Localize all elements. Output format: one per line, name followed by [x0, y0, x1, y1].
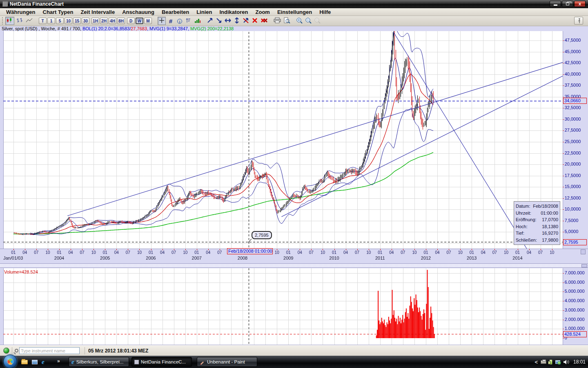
- tooltip-label: Datum:: [516, 203, 530, 210]
- folder-icon[interactable]: [21, 360, 28, 364]
- zoom-out-button[interactable]: [304, 17, 312, 25]
- close-button[interactable]: x: [574, 1, 586, 7]
- price-tick-label: -12,5000: [563, 195, 581, 200]
- interval-button-15[interactable]: 15: [73, 18, 81, 24]
- chart-header-segment: , MVG(1) 9=33,2847,: [147, 26, 190, 31]
- show-desktop-icon[interactable]: [32, 360, 38, 364]
- month-tick-label: 10: [412, 250, 416, 255]
- interval-button-t[interactable]: T: [39, 18, 47, 24]
- remove-line-button[interactable]: [242, 17, 250, 25]
- interval-button-4h[interactable]: 4H: [109, 18, 116, 24]
- trend-up-button[interactable]: [206, 17, 214, 25]
- menu-item-indicators[interactable]: Indikatoren: [216, 9, 252, 16]
- trend-vertical-button[interactable]: [233, 17, 241, 25]
- speaker-icon[interactable]: [563, 359, 569, 365]
- month-tick-label: 04: [22, 250, 27, 255]
- printer-tray-icon[interactable]: [541, 360, 546, 364]
- candlestick-chart-button[interactable]: [5, 17, 14, 25]
- network-tray-icon[interactable]: [555, 360, 560, 364]
- quicklaunch-chevron[interactable]: »: [57, 358, 60, 364]
- windows-flag-icon: [7, 359, 13, 365]
- zoom-in-button[interactable]: [295, 17, 303, 25]
- task-label: NetDania FinanceC...: [141, 359, 186, 364]
- tooltip-row: Schließen:17,9800: [516, 237, 558, 244]
- menu-item-edit[interactable]: Bearbeiten: [158, 9, 193, 16]
- internet-explorer-icon[interactable]: e: [42, 359, 45, 365]
- delete-line-icon: [252, 18, 258, 25]
- taskbar-task-internet-explorer[interactable]: eSilberkurs, Silberprei...: [69, 357, 129, 367]
- tooltip-value: 16,9270: [542, 230, 558, 237]
- month-tick-label: 07: [34, 250, 38, 255]
- month-tick-label: 07: [492, 250, 497, 255]
- power-tray-icon[interactable]: [549, 359, 552, 365]
- chart-scrollbar[interactable]: [0, 263, 588, 268]
- menu-item-view[interactable]: Anschauung: [118, 9, 158, 16]
- line-chart-icon: [26, 18, 33, 25]
- crosshair-button[interactable]: [158, 17, 166, 25]
- print-preview-button[interactable]: [283, 17, 291, 25]
- chart-canvas[interactable]: [0, 31, 588, 345]
- instrument-search[interactable]: [15, 347, 80, 354]
- tray-chevron[interactable]: <: [535, 359, 538, 365]
- interval-button-5[interactable]: 5: [56, 18, 64, 24]
- interval-button-2h[interactable]: 2H: [100, 18, 108, 24]
- menu-item-time-intervals[interactable]: Zeit Intervalle: [77, 9, 118, 16]
- menu-item-help[interactable]: Hilfe: [316, 9, 334, 16]
- interval-button-8h[interactable]: 8H: [117, 18, 125, 24]
- app-icon: [2, 1, 8, 7]
- scrollbar-button[interactable]: [581, 264, 587, 267]
- interval-button-m[interactable]: M: [144, 18, 152, 24]
- volume-indicator-button[interactable]: [194, 17, 202, 25]
- tooltip-label: Hoch:: [516, 223, 528, 230]
- status-bar: 05 Mrz 2012 18:01:43 MEZ: [0, 345, 588, 356]
- delete-all-lines-button[interactable]: [260, 17, 269, 25]
- trend-horizontal-button[interactable]: [224, 17, 232, 25]
- menu-item-zoom[interactable]: Zoom: [252, 9, 274, 16]
- month-tick-label: 04: [481, 250, 486, 255]
- print-icon: [274, 17, 281, 25]
- menu-item-settings[interactable]: Einstellungen: [274, 9, 316, 16]
- delete-line-button[interactable]: [251, 17, 259, 25]
- print-button[interactable]: [273, 17, 282, 25]
- quick-launch: e: [21, 356, 45, 368]
- restore-button[interactable]: [562, 1, 573, 7]
- year-tick-label: 2004: [54, 256, 64, 260]
- volume-tick-label: -7.000.000: [563, 270, 585, 275]
- tooltip-label: Schließen:: [516, 237, 537, 244]
- pin-button[interactable]: [574, 17, 583, 25]
- search-input[interactable]: [19, 347, 80, 354]
- title-bar[interactable]: NetDania FinanceChart x: [0, 0, 588, 8]
- interval-button-10[interactable]: 10: [65, 18, 72, 24]
- taskbar-task-paint[interactable]: Unbenannt - Paint: [197, 357, 257, 367]
- interval-button-30[interactable]: 30: [82, 18, 89, 24]
- menu-item-currencies[interactable]: Währungen: [2, 9, 39, 16]
- month-tick-label: 01: [423, 250, 428, 255]
- interval-button-1[interactable]: 1: [47, 18, 55, 24]
- volume-tick-label: -6.000.000: [563, 280, 585, 285]
- toolbar-drag-handle[interactable]: [2, 17, 4, 25]
- info-button[interactable]: i: [176, 17, 184, 25]
- menu-item-lines[interactable]: Linien: [193, 9, 216, 16]
- month-tick-label: 10: [275, 250, 279, 255]
- ohlc-chart-button[interactable]: [15, 17, 24, 25]
- taskbar-task-netdania[interactable]: NetDania FinanceC...: [131, 357, 192, 367]
- menu-item-chart-types[interactable]: Chart Typen: [39, 9, 77, 16]
- interval-button-1h[interactable]: 1H: [91, 18, 99, 24]
- bar-count-button[interactable]: [185, 17, 193, 25]
- start-button[interactable]: [3, 355, 17, 368]
- interval-button-w[interactable]: W: [136, 18, 143, 24]
- trend-down-button[interactable]: [215, 17, 223, 25]
- interval-button-d[interactable]: D: [127, 18, 135, 24]
- price-tick-label: -27,5000: [563, 128, 581, 132]
- month-tick-label: 01: [378, 250, 382, 255]
- grid-button[interactable]: #: [167, 17, 175, 25]
- connection-status-icon: [3, 348, 9, 354]
- month-tick-label: 01: [470, 250, 474, 255]
- minimize-button[interactable]: [550, 1, 561, 7]
- month-tick-label: 10: [458, 250, 463, 255]
- month-tick-label: 04: [343, 250, 348, 255]
- line-chart-button[interactable]: [25, 17, 34, 25]
- tooltip-row: Uhrzeit:01:00:00: [516, 210, 558, 217]
- internet-explorer-icon: e: [71, 359, 74, 365]
- axis-settings-button[interactable]: [581, 249, 586, 254]
